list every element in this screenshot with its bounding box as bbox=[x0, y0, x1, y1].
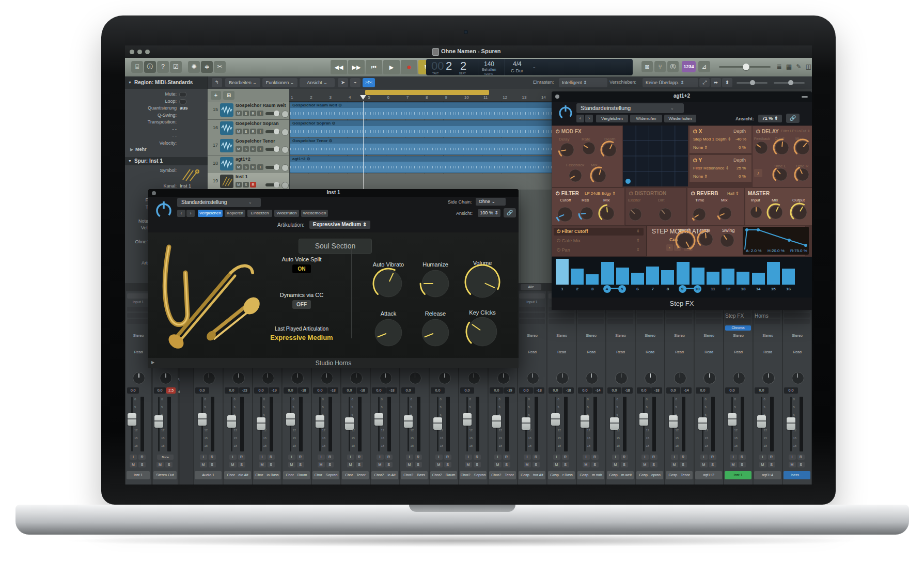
playhead-marker[interactable] bbox=[360, 95, 366, 100]
strip-r-button[interactable]: R bbox=[385, 455, 393, 460]
panel-icon[interactable]: ◫ bbox=[804, 61, 812, 72]
track-volume-knob[interactable] bbox=[274, 146, 279, 152]
strip-i-button[interactable]: I bbox=[259, 455, 266, 460]
strip-m-button[interactable]: M bbox=[435, 462, 443, 467]
strip-m-button[interactable]: M bbox=[671, 462, 678, 467]
strip-pan-knob[interactable] bbox=[497, 372, 510, 384]
track-name[interactable]: agt1+2 bbox=[236, 157, 250, 162]
strip-r-button[interactable]: R bbox=[415, 455, 422, 460]
fader-cap[interactable] bbox=[698, 417, 707, 430]
step-number[interactable]: 14 bbox=[752, 287, 765, 291]
strip-r-button[interactable]: R bbox=[797, 455, 805, 460]
step-number[interactable]: 11 bbox=[707, 287, 719, 291]
knob-rate[interactable] bbox=[697, 230, 715, 248]
strip-peak-value[interactable]: -18 bbox=[563, 387, 574, 394]
strip-m-button[interactable]: M bbox=[156, 462, 164, 467]
strip-name[interactable]: Chor2…Sopran bbox=[460, 471, 487, 479]
knob-cutoff[interactable] bbox=[555, 205, 575, 224]
strip-s-button[interactable]: S bbox=[768, 462, 775, 467]
horns-kopieren-button[interactable]: Kopieren bbox=[225, 210, 245, 217]
strip-name[interactable]: Chor2…Bass bbox=[401, 471, 428, 479]
strip-plugin-slot[interactable] bbox=[696, 313, 722, 318]
strip-volume-value[interactable]: 0,0 bbox=[254, 387, 268, 394]
track-volume-knob[interactable] bbox=[274, 164, 279, 170]
strip-volume-value[interactable]: 0,0 bbox=[401, 387, 415, 394]
track-m-button[interactable]: M bbox=[236, 182, 242, 188]
strip-r-button[interactable]: R bbox=[768, 455, 775, 460]
mixer-strip[interactable]: Input 1StereoRead0,0-140569121518IRMSGos… bbox=[665, 291, 694, 485]
stepfx-widerrufen-button[interactable]: Widerrufen bbox=[630, 115, 662, 122]
step-bar[interactable] bbox=[616, 268, 629, 285]
fader-cap[interactable] bbox=[757, 415, 766, 428]
strip-pan-knob[interactable] bbox=[232, 372, 245, 384]
strip-s-button[interactable]: S bbox=[650, 462, 657, 467]
pencil-icon[interactable]: ✎ bbox=[794, 61, 803, 72]
v-zoom-icon[interactable]: ⬍ bbox=[722, 78, 732, 87]
strip-plugin-slot[interactable] bbox=[784, 319, 810, 324]
strip-r-button[interactable]: R bbox=[591, 455, 599, 460]
checkbox[interactable] bbox=[179, 99, 186, 104]
horns-einsetzen-button[interactable]: Einsetzen bbox=[247, 210, 272, 217]
strip-peak-value[interactable]: -23 bbox=[239, 387, 250, 394]
studiohorns-window[interactable]: Inst 1Standardeinstellung⌄‹›VergleichenK… bbox=[148, 189, 519, 368]
tied-step-circle[interactable]: 4 bbox=[603, 285, 611, 293]
knob-dirt[interactable] bbox=[656, 206, 674, 223]
strip-volume-value[interactable]: 0,0 bbox=[549, 387, 562, 394]
mixer-strip[interactable]: Input 1HornsStereoRead0,00569121518IRMSa… bbox=[754, 291, 782, 485]
horns-wiederholen-button[interactable]: Wiederholen bbox=[301, 210, 328, 217]
strip-r-button[interactable]: R bbox=[444, 455, 451, 460]
strip-pan-knob[interactable] bbox=[160, 372, 172, 384]
mixer-icon[interactable]: ≑ bbox=[201, 61, 213, 73]
fader-cap[interactable] bbox=[522, 417, 530, 430]
strip-automation-label[interactable]: Read bbox=[577, 350, 605, 354]
strip-plugin-slot[interactable] bbox=[519, 313, 545, 318]
track-i-button[interactable]: I bbox=[257, 111, 263, 116]
strip-r-button[interactable]: R bbox=[709, 455, 716, 460]
strip-plugin-slot[interactable] bbox=[784, 313, 810, 318]
transport-play[interactable]: ▶ bbox=[383, 60, 400, 74]
step-bar[interactable] bbox=[571, 269, 584, 285]
horns-next-button[interactable]: › bbox=[186, 210, 195, 217]
step-number[interactable]: 12 bbox=[722, 287, 734, 291]
step-bar[interactable] bbox=[646, 267, 659, 285]
strip-m-button[interactable]: M bbox=[347, 462, 354, 467]
strip-i-button[interactable]: I bbox=[494, 455, 502, 460]
strip-i-button[interactable]: I bbox=[318, 455, 325, 460]
knob-humanize[interactable] bbox=[419, 268, 451, 300]
stepfx-minimize-icon[interactable] bbox=[802, 96, 808, 98]
strip-i-button[interactable]: I bbox=[524, 455, 531, 460]
knob-mix[interactable] bbox=[598, 204, 617, 223]
strip-plugin-slot[interactable] bbox=[666, 313, 692, 318]
step-number[interactable]: 7 bbox=[646, 287, 659, 291]
strip-plugin-slot[interactable] bbox=[519, 307, 545, 311]
snap-auto-icon[interactable]: >Ṫ< bbox=[363, 78, 375, 87]
fader-cap[interactable] bbox=[787, 417, 795, 430]
strip-pan-knob[interactable] bbox=[586, 372, 598, 384]
track-header-19[interactable]: 19Inst 1MSR bbox=[208, 173, 289, 191]
step-number[interactable]: 13 bbox=[737, 287, 749, 291]
list-check-icon[interactable]: ☑ bbox=[170, 61, 182, 73]
knob-volume[interactable] bbox=[464, 264, 500, 300]
step-bar[interactable] bbox=[631, 273, 644, 285]
track-pan-knob[interactable] bbox=[281, 164, 289, 171]
strip-m-button[interactable]: M bbox=[288, 462, 295, 467]
track-pan-knob[interactable] bbox=[281, 146, 289, 153]
quickhelp-icon[interactable]: ✺ bbox=[188, 61, 200, 73]
strip-plugin-slot[interactable] bbox=[607, 319, 633, 324]
strip-plugin-slot[interactable] bbox=[637, 313, 663, 318]
lcd-key[interactable]: C-Dur bbox=[511, 68, 523, 73]
menu-funktionen[interactable]: Funktionen ⌄ bbox=[262, 78, 297, 87]
mixer-strip[interactable]: Input 1StereoRead0,00569121518IRMSInst 1 bbox=[126, 291, 151, 485]
track-s-button[interactable]: S bbox=[243, 164, 249, 170]
track-r-button[interactable]: R bbox=[250, 111, 256, 116]
track-name[interactable]: Inst 1 bbox=[236, 174, 248, 179]
transport-stop-to-start[interactable]: ⏮ bbox=[366, 60, 382, 74]
track-name[interactable]: Gospelchor Sopran bbox=[236, 121, 279, 126]
strip-s-button[interactable]: S bbox=[503, 462, 510, 467]
strip-peak-value[interactable]: -18 bbox=[622, 387, 633, 394]
fader-cap[interactable] bbox=[492, 415, 501, 428]
strip-m-button[interactable]: M bbox=[318, 462, 325, 467]
track-header-15[interactable]: 15Gospelchor Raum weitMSRI bbox=[208, 102, 289, 120]
strip-s-button[interactable]: S bbox=[209, 462, 216, 467]
strip-i-button[interactable]: I bbox=[229, 455, 237, 460]
